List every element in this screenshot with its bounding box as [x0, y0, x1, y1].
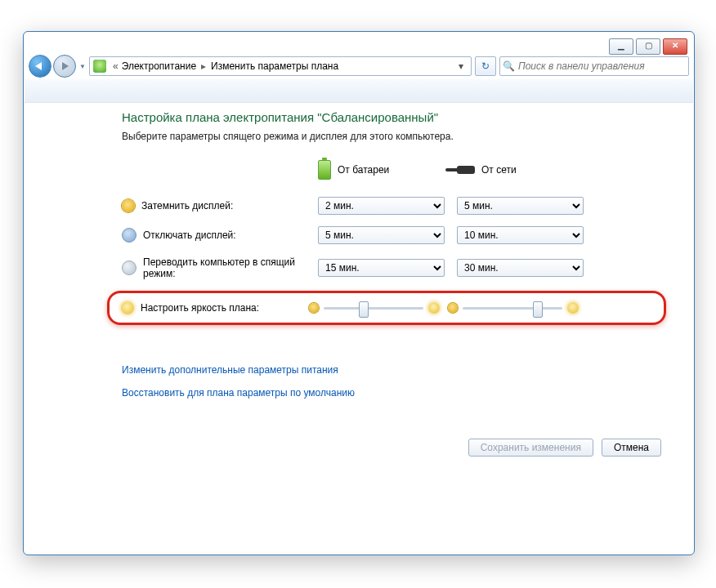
maximize-button[interactable]: ▢ — [636, 38, 660, 55]
off-battery-select[interactable]: 5 мин. — [318, 226, 445, 244]
window-controls: ▁ ▢ ✕ — [609, 38, 687, 55]
cancel-button[interactable]: Отмена — [602, 439, 661, 457]
navbar: ▼ « Электропитание ▸ Изменить параметры … — [29, 55, 689, 78]
link-restore-defaults[interactable]: Восстановить для плана параметры по умол… — [122, 387, 661, 399]
brightness-max-icon — [567, 302, 579, 314]
breadcrumb-overflow-icon[interactable]: « — [113, 60, 119, 72]
brightness-plugged-thumb[interactable] — [533, 301, 543, 318]
row-off-label: Отключать дисплей: — [122, 220, 310, 250]
brightness-min-icon — [448, 303, 458, 313]
search-box[interactable]: 🔍 — [499, 56, 689, 76]
column-header-plugged-label: От сети — [481, 164, 517, 176]
row-dim-label: Затемнить дисплей: — [122, 191, 310, 220]
brightness-plugged-slider[interactable] — [448, 302, 579, 314]
brightness-battery-thumb[interactable] — [359, 301, 369, 318]
row-dim-text: Затемнить дисплей: — [141, 200, 233, 212]
settings-grid: От батареи От сети Затемнить дисплей: 2 … — [122, 160, 661, 286]
links: Изменить дополнительные параметры питани… — [122, 364, 661, 399]
dim-battery-select[interactable]: 2 мин. — [318, 197, 445, 215]
breadcrumb-sep-icon: ▸ — [201, 60, 206, 72]
control-panel-icon — [93, 60, 106, 73]
save-button[interactable]: Сохранить изменения — [468, 439, 593, 457]
breadcrumb-item-edit-plan[interactable]: Изменить параметры плана — [211, 60, 338, 72]
refresh-icon: ↻ — [481, 60, 490, 72]
content: Настройка плана электропитания "Сбаланси… — [122, 110, 661, 410]
sleep-plugged-select[interactable]: 30 мин. — [457, 259, 584, 277]
row-sleep-label: Переводить компьютер в спящий режим: — [122, 250, 310, 286]
column-header-battery: От батареи — [318, 160, 449, 191]
address-bar[interactable]: « Электропитание ▸ Изменить параметры пл… — [89, 56, 472, 76]
page-title: Настройка плана электропитания "Сбаланси… — [122, 110, 661, 124]
address-dropdown-icon[interactable]: ▾ — [454, 60, 468, 72]
page-subtitle: Выберите параметры спящего режима и дисп… — [122, 131, 661, 142]
link-advanced-settings[interactable]: Изменить дополнительные параметры питани… — [122, 364, 661, 376]
row-sleep-text: Переводить компьютер в спящий режим: — [143, 256, 307, 279]
ac-plug-icon — [457, 166, 475, 174]
nav-back-button[interactable] — [29, 55, 51, 78]
window: ▁ ▢ ✕ ▼ « Электропитание ▸ Изменить пара… — [23, 31, 695, 555]
nav-forward-button[interactable] — [53, 55, 76, 78]
dim-icon — [122, 199, 135, 212]
brightness-min-icon — [309, 303, 319, 313]
brightness-max-icon — [428, 302, 440, 314]
brightness-icon — [121, 301, 134, 314]
display-off-icon — [122, 228, 136, 243]
row-brightness-text: Настроить яркость плана: — [141, 302, 259, 314]
nav-history-chevron-icon[interactable]: ▼ — [78, 56, 87, 77]
breadcrumb-item-power[interactable]: Электропитание — [122, 60, 196, 72]
brightness-battery-track[interactable] — [324, 307, 423, 310]
sleep-battery-select[interactable]: 15 мин. — [318, 259, 445, 277]
search-input[interactable] — [517, 60, 688, 73]
screenshot-root: ▁ ▢ ✕ ▼ « Электропитание ▸ Изменить пара… — [0, 0, 716, 588]
search-icon: 🔍 — [500, 60, 517, 72]
brightness-battery-slider[interactable] — [309, 302, 440, 314]
brightness-plugged-track[interactable] — [463, 307, 562, 310]
minimize-button[interactable]: ▁ — [609, 38, 633, 55]
footer-buttons: Сохранить изменения Отмена — [468, 439, 661, 457]
brightness-row-highlight: Настроить яркость плана: — [107, 291, 666, 325]
refresh-button[interactable]: ↻ — [475, 56, 496, 76]
toolbar-band — [25, 79, 693, 103]
row-off-text: Отключать дисплей: — [143, 229, 236, 241]
row-brightness-label: Настроить яркость плана: — [121, 301, 301, 314]
column-header-battery-label: От батареи — [338, 164, 389, 176]
close-button[interactable]: ✕ — [663, 38, 687, 55]
dim-plugged-select[interactable]: 5 мин. — [457, 197, 584, 215]
column-header-plugged: От сети — [457, 164, 588, 187]
battery-icon — [318, 160, 331, 180]
off-plugged-select[interactable]: 10 мин. — [457, 226, 584, 244]
sleep-icon — [122, 261, 136, 275]
